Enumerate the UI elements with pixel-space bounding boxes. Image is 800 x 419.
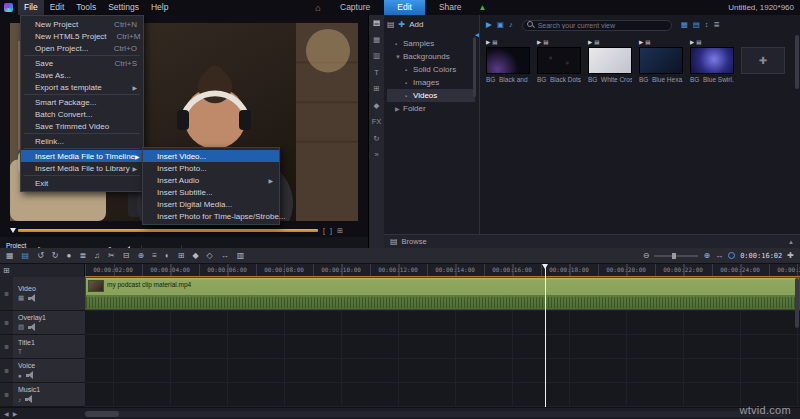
motion-tracking-icon[interactable]: ⊕ (137, 252, 144, 260)
filter-videos-icon[interactable]: ▶ (486, 21, 492, 29)
menu-item-open-project[interactable]: Open Project...Ctrl+O (21, 42, 143, 54)
track-header-voice[interactable]: ≣ Voice ● (0, 359, 85, 383)
menu-item-save-as[interactable]: Save As... (21, 69, 143, 81)
zoom-slider-thumb[interactable] (672, 253, 676, 259)
menu-item-save[interactable]: SaveCtrl+S (21, 57, 143, 69)
tree-scrollbar[interactable] (473, 37, 476, 97)
record-capture-icon[interactable]: ● (67, 252, 72, 260)
menu-item-insert-media-file-to-timeline[interactable]: Insert Media File to Timeline▶ (21, 150, 143, 162)
menu-item-relink[interactable]: Relink... (21, 135, 143, 147)
ruler-scale[interactable]: 00:00:02:00 00:00:04:00 00:00:06:00 00:0… (85, 264, 800, 277)
chevron-up-icon[interactable]: ▲ (788, 239, 794, 245)
scroll-left-icon[interactable]: ◀ (4, 411, 9, 417)
library-thumbnail[interactable]: ▶▤ BG_Blue Swirl... (690, 39, 734, 83)
split-screen-template-icon[interactable]: ⊞ (178, 252, 185, 260)
sort-icon[interactable]: ↕ (705, 21, 709, 29)
video-clip[interactable]: my podcast clip material.mp4 (85, 277, 800, 310)
menu-item-insert-photo[interactable]: Insert Photo... (143, 162, 279, 174)
library-info-icon[interactable]: ≣ (714, 21, 720, 29)
subtitle-editor-icon[interactable]: ≡ (152, 252, 157, 260)
list-view-icon[interactable]: ▤ (693, 21, 700, 29)
menu-item-export-as-template[interactable]: Export as template▶ (21, 81, 143, 93)
split-clip-icon[interactable]: ✂ (108, 252, 115, 260)
menu-item-insert-media-file-to-library[interactable]: Insert Media File to Library▶ (21, 162, 143, 174)
instant-project-icon[interactable]: ▦ (369, 36, 384, 44)
cue-point-icon[interactable]: ◇ (207, 252, 213, 260)
menu-item-insert-digital-media[interactable]: Insert Digital Media... (143, 198, 279, 210)
add-button[interactable]: Add (409, 20, 423, 29)
video-track-row[interactable]: my podcast clip material.mp4 (85, 277, 800, 311)
menu-item-insert-video[interactable]: Insert Video... (143, 150, 279, 162)
search-input[interactable] (538, 22, 667, 29)
menu-edit[interactable]: Edit (44, 0, 71, 15)
gallery-menu-icon[interactable]: ▤ (387, 21, 395, 29)
mute-track-icon[interactable] (28, 294, 37, 302)
auto-music-icon[interactable]: ♫ (94, 252, 100, 260)
speed-icon[interactable]: » (369, 151, 384, 159)
filters-fx-icon[interactable]: FX (369, 118, 384, 126)
menu-item-insert-photo-timelapse[interactable]: Insert Photo for Time-lapse/Strobe... (143, 210, 279, 222)
mask-creator-icon[interactable]: ◐ (165, 252, 170, 260)
track-handle-icon[interactable]: ≣ (0, 335, 13, 358)
menu-settings[interactable]: Settings (102, 0, 145, 15)
browse-bar[interactable]: ▤ Browse ▲ (384, 234, 800, 248)
scroll-right-icon[interactable]: ▶ (13, 411, 18, 417)
track-handle-icon[interactable]: ≣ (0, 311, 13, 334)
gallery-scrollbar[interactable] (795, 35, 799, 89)
tree-item-samples[interactable]: ▪Samples (387, 37, 475, 50)
grid-view-icon[interactable]: ▦ (681, 21, 688, 29)
tree-item-videos[interactable]: ▪Videos (387, 89, 475, 102)
tab-capture[interactable]: Capture (327, 0, 383, 15)
menu-item-insert-audio[interactable]: Insert Audio▶ (143, 174, 279, 186)
timeline-horizontal-scrollbar[interactable] (85, 411, 788, 417)
library-thumbnail[interactable]: ▶▤ BG_Black Dots ... (537, 39, 581, 83)
track-handle-icon[interactable]: ≣ (0, 383, 13, 406)
menu-item-new-html5-project[interactable]: New HTML5 ProjectCtrl+M (21, 30, 143, 42)
playhead[interactable] (545, 264, 546, 407)
zoom-slider[interactable] (654, 255, 698, 257)
tree-collapse-icon[interactable]: ▶ (395, 103, 403, 116)
tree-item-backgrounds[interactable]: ▼Backgrounds (387, 50, 475, 63)
tab-share[interactable]: Share (426, 0, 475, 15)
music-track-row[interactable] (85, 383, 800, 407)
media-library-icon[interactable]: ▤ (369, 19, 384, 27)
zoom-in-icon[interactable]: ⊕ (703, 252, 710, 260)
fit-project-icon[interactable]: ↔ (715, 252, 723, 260)
motion-icon[interactable]: ↻ (369, 135, 384, 143)
timeline-ruler[interactable]: ⊞ 00:00:02:00 00:00:04:00 00:00:06:00 00… (0, 264, 800, 277)
track-header-overlay1[interactable]: ≣ Overlay1 ▧ (0, 311, 85, 335)
ripple-editing-icon[interactable]: ↔ (221, 252, 229, 260)
menu-file[interactable]: File (18, 0, 44, 15)
tab-edit[interactable]: Edit (384, 0, 425, 15)
overlays-icon[interactable]: ⊞ (369, 85, 384, 93)
publish-arrow-icon[interactable]: ▲ (479, 3, 487, 12)
menu-item-new-project[interactable]: New ProjectCtrl+N (21, 18, 143, 30)
mute-track-icon[interactable] (25, 395, 34, 403)
menu-help[interactable]: Help (145, 0, 174, 15)
zoom-out-icon[interactable]: ⊖ (643, 252, 650, 260)
menu-item-save-trimmed-video[interactable]: Save Trimmed Video (21, 120, 143, 132)
track-header-title1[interactable]: ≣ Title1 T (0, 335, 85, 359)
graphics-icon[interactable]: ◆ (369, 102, 384, 110)
scrollbar-thumb[interactable] (85, 411, 119, 417)
mute-track-icon[interactable] (26, 371, 35, 379)
transitions-icon[interactable]: ▥ (369, 52, 384, 60)
mark-out-icon[interactable]: ] (330, 227, 332, 234)
filter-photos-icon[interactable]: ▣ (497, 21, 504, 29)
library-thumbnail[interactable]: ▶▤ BG_Blue Hexa... (639, 39, 683, 83)
track-manager-icon[interactable]: ▥ (237, 252, 245, 260)
overlay-track-row[interactable] (85, 311, 800, 335)
menu-item-batch-convert[interactable]: Batch Convert... (21, 108, 143, 120)
redo-icon[interactable]: ↻ (52, 252, 59, 260)
search-box[interactable] (522, 20, 672, 31)
menu-item-smart-package[interactable]: Smart Package... (21, 96, 143, 108)
library-thumbnail[interactable]: ▶▤ BG_White Cros... (588, 39, 632, 83)
tree-item-folder[interactable]: ▶Folder (387, 102, 475, 115)
menu-tools[interactable]: Tools (70, 0, 102, 15)
home-icon[interactable]: ⌂ (310, 3, 326, 13)
track-handle-icon[interactable]: ≣ (0, 277, 13, 310)
mark-in-icon[interactable]: [ (323, 227, 325, 234)
timeline-view-icon[interactable]: ▤ (22, 252, 30, 260)
undo-icon[interactable]: ↺ (37, 252, 44, 260)
tree-item-solid-colors[interactable]: ▪Solid Colors (387, 63, 475, 76)
